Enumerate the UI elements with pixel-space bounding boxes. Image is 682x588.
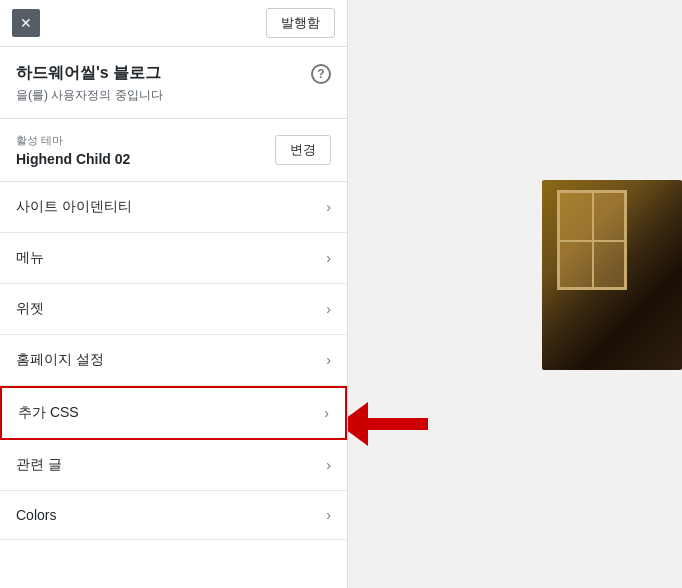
menu-item-label-5: 관련 글 bbox=[16, 456, 62, 474]
help-icon[interactable]: ? bbox=[311, 64, 331, 84]
menu-item-5[interactable]: 관련 글› bbox=[0, 440, 347, 491]
active-theme-section: 활성 테마 Highend Child 02 변경 bbox=[0, 119, 347, 182]
menu-item-label-1: 메뉴 bbox=[16, 249, 44, 267]
active-theme-label: 활성 테마 bbox=[16, 133, 130, 148]
preview-panel bbox=[348, 0, 682, 588]
menu-list: 사이트 아이덴티티›메뉴›위젯›홈페이지 설정›추가 CSS›관련 글›Colo… bbox=[0, 182, 347, 588]
menu-item-2[interactable]: 위젯› bbox=[0, 284, 347, 335]
change-theme-button[interactable]: 변경 bbox=[275, 135, 331, 165]
publish-button[interactable]: 발행함 bbox=[266, 8, 335, 38]
menu-item-0[interactable]: 사이트 아이덴티티› bbox=[0, 182, 347, 233]
menu-item-1[interactable]: 메뉴› bbox=[0, 233, 347, 284]
arrow-head bbox=[348, 402, 368, 446]
chevron-icon-0: › bbox=[326, 199, 331, 215]
chevron-icon-6: › bbox=[326, 507, 331, 523]
chevron-icon-4: › bbox=[324, 405, 329, 421]
chevron-icon-3: › bbox=[326, 352, 331, 368]
blog-title: 하드웨어씰's 블로그 bbox=[16, 63, 161, 84]
blog-subtitle: 을(를) 사용자정의 중입니다 bbox=[16, 87, 331, 104]
menu-item-label-6: Colors bbox=[16, 507, 56, 523]
chevron-icon-1: › bbox=[326, 250, 331, 266]
menu-item-label-3: 홈페이지 설정 bbox=[16, 351, 104, 369]
preview-image-inner bbox=[542, 180, 682, 370]
menu-item-4[interactable]: 추가 CSS› bbox=[0, 386, 347, 440]
red-arrow bbox=[348, 402, 428, 446]
menu-item-6[interactable]: Colors› bbox=[0, 491, 347, 540]
menu-item-label-4: 추가 CSS bbox=[18, 404, 79, 422]
arrow-shaft bbox=[368, 418, 428, 430]
menu-item-label-2: 위젯 bbox=[16, 300, 44, 318]
arrow-annotation bbox=[348, 402, 428, 446]
customizer-panel: ✕ 발행함 하드웨어씰's 블로그 ? 을(를) 사용자정의 중입니다 활성 테… bbox=[0, 0, 348, 588]
blog-title-row: 하드웨어씰's 블로그 ? bbox=[16, 63, 331, 84]
theme-info: 활성 테마 Highend Child 02 bbox=[16, 133, 130, 167]
header-bar: ✕ 발행함 bbox=[0, 0, 347, 47]
close-button[interactable]: ✕ bbox=[12, 9, 40, 37]
menu-item-label-0: 사이트 아이덴티티 bbox=[16, 198, 132, 216]
blog-info-section: 하드웨어씰's 블로그 ? 을(를) 사용자정의 중입니다 bbox=[0, 47, 347, 119]
chevron-icon-5: › bbox=[326, 457, 331, 473]
active-theme-name: Highend Child 02 bbox=[16, 151, 130, 167]
site-preview-image bbox=[542, 180, 682, 370]
chevron-icon-2: › bbox=[326, 301, 331, 317]
menu-item-3[interactable]: 홈페이지 설정› bbox=[0, 335, 347, 386]
window-frame bbox=[557, 190, 627, 290]
